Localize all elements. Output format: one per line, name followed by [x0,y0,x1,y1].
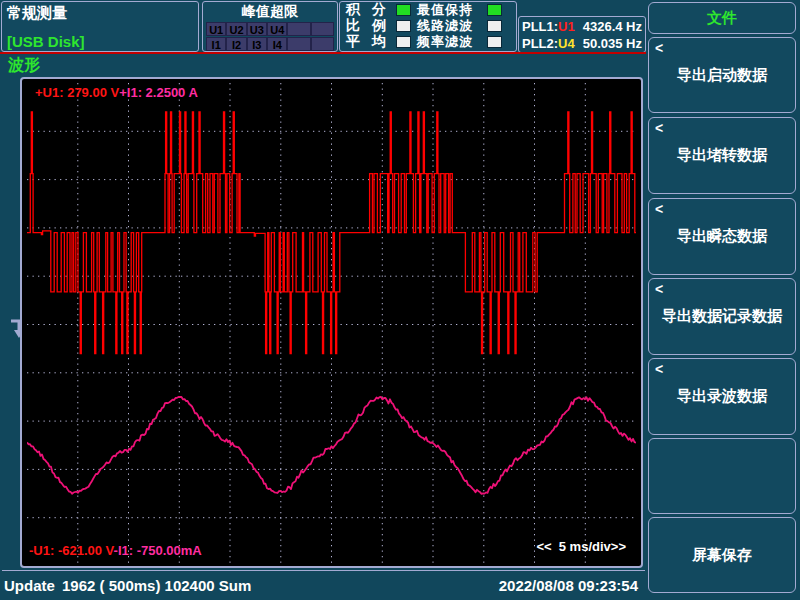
u1-max-label: +U1: 279.00 V [35,85,119,100]
header-separator [0,52,646,54]
integration-indicator[interactable] [396,4,411,16]
update-label: Update [4,577,55,594]
peak-cell-empty [311,22,334,36]
pll1-row: PLL1: U1 4326.4 Hz [522,18,642,34]
button-label: 导出堵转数据 [677,146,767,165]
sidebar-button-empty [648,438,796,514]
submenu-arrow-icon: < [655,120,663,136]
peak-cell-i4: I4 [267,37,287,51]
scale-labels-top: +U1: 279.00 V+I1: 2.2500 A [35,85,198,100]
peak-cell-i3: I3 [247,37,267,51]
submenu-arrow-icon: < [655,361,663,377]
usb-status: [USB Disk] [7,33,85,50]
peak-cell-u1: U1 [206,22,226,36]
sidebar-button-export-startup-data[interactable]: < 导出启动数据 [648,37,796,113]
peak-cell-i2: I2 [226,37,246,51]
peak-cell-i1: I1 [206,37,226,51]
mode-title: 常规测量 [7,4,67,23]
scale-labels-bottom: -U1: -621.00 V-I1: -750.00mA [29,543,202,558]
peak-cell-empty [287,22,310,36]
button-label: 屏幕保存 [692,546,752,565]
pll1-source: U1 [558,19,578,34]
button-label: 导出瞬态数据 [677,227,767,246]
i1-max-label: +I1: 2.2500 A [119,85,198,100]
u1-min-label: -U1: -621.00 V [29,543,114,558]
max-hold-indicator[interactable] [487,4,502,16]
waveform-plot [27,83,636,566]
waveform-panel: +U1: 279.00 V+I1: 2.2500 A -U1: -621.00 … [20,77,643,568]
submenu-arrow-icon: < [655,281,663,297]
sidebar-button-export-transient-data[interactable]: < 导出瞬态数据 [648,198,796,275]
ratio-indicator[interactable] [396,20,411,32]
average-indicator[interactable] [396,36,411,48]
pll2-source: U4 [558,36,578,51]
measurement-mode-panel: 常规测量 [USB Disk] [1,1,199,52]
peak-cell-empty [287,37,310,51]
button-label: 导出数据记录数据 [662,307,782,326]
update-counter: 1962 ( 500ms) 102400 Sum [62,577,251,594]
pll2-row: PLL2: U4 50.035 Hz [522,35,642,51]
datetime: 2022/08/08 09:23:54 [499,577,638,594]
waveform-panel-title: 波形 [8,55,40,76]
integ-char: 均 [372,33,396,51]
submenu-arrow-icon: < [655,40,663,56]
peak-over-limit-panel: 峰值超限 U1 U2 U3 U4 I1 I2 I3 I4 [202,1,338,52]
integration-row: 积 分 最值保持 [346,2,516,18]
i1-min-label: -I1: -750.00mA [114,543,202,558]
peak-cell-u2: U2 [226,22,246,36]
status-separator [2,570,645,573]
power-analyzer-screen: 常规测量 [USB Disk] 峰值超限 U1 U2 U3 U4 I1 I2 I… [0,0,800,600]
sidebar-button-export-data-record-data[interactable]: < 导出数据记录数据 [648,278,796,355]
button-label: 导出录波数据 [677,387,767,406]
timebase-label: << 5 ms/div>> [536,539,626,554]
sidebar-button-export-locked-rotor-data[interactable]: < 导出堵转数据 [648,117,796,194]
sidebar-button-export-waveform-record-data[interactable]: < 导出录波数据 [648,358,796,435]
pll1-label: PLL1: [522,19,558,34]
freq-filter-label: 频率滤波 [417,33,479,51]
peak-over-limit-title: 峰值超限 [203,3,337,21]
sidebar-button-screen-save[interactable]: 屏幕保存 [648,517,796,593]
pll-panel: PLL1: U1 4326.4 Hz PLL2: U4 50.035 Hz [518,16,646,53]
ratio-row: 比 例 线路滤波 [346,18,516,34]
submenu-arrow-icon: < [655,201,663,217]
freq-filter-indicator[interactable] [487,36,502,48]
line-filter-indicator[interactable] [487,20,502,32]
sidebar-title-file: 文件 [648,2,796,34]
average-row: 平 均 频率滤波 [346,34,516,50]
integration-filter-panel: 积 分 最值保持 比 例 线路滤波 平 均 频率滤波 [339,1,517,52]
peak-cell-empty [311,37,334,51]
pll2-frequency: 50.035 Hz [578,36,642,51]
button-label: 导出启动数据 [677,66,767,85]
integ-char: 平 [346,33,372,51]
peak-row-voltage: U1 U2 U3 U4 [206,22,334,36]
pll1-frequency: 4326.4 Hz [578,19,642,34]
peak-cell-u3: U3 [247,22,267,36]
waveform-chart: +U1: 279.00 V+I1: 2.2500 A -U1: -621.00 … [27,83,636,566]
pll2-label: PLL2: [522,36,558,51]
peak-row-current: I1 I2 I3 I4 [206,37,334,51]
peak-cell-u4: U4 [267,22,287,36]
